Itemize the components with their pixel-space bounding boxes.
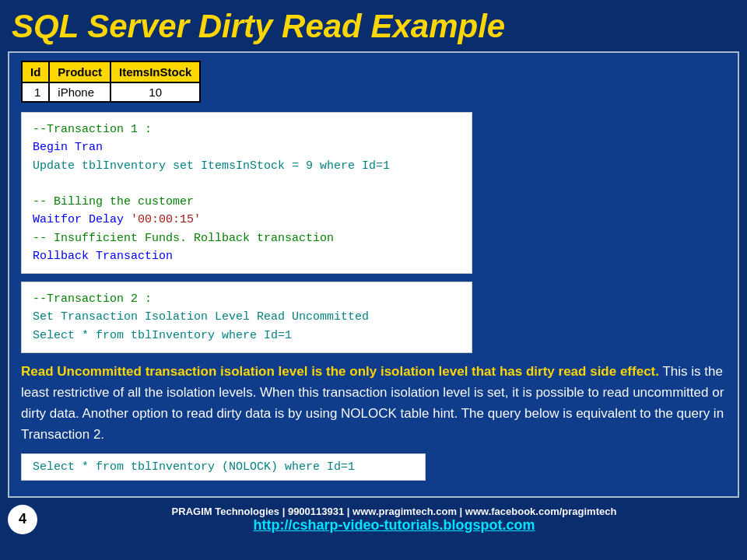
code-line-3: Update tblInventory set ItemsInStock = 9… <box>33 159 390 173</box>
code-t2-line-2: Set Transaction Isolation Level Read Unc… <box>33 310 369 324</box>
inventory-table: Id Product ItemsInStock 1 iPhone 10 <box>21 61 201 103</box>
slide-number: 4 <box>8 505 37 534</box>
col-product: Product <box>49 61 110 82</box>
footer-url[interactable]: http://csharp-video-tutorials.blogspot.c… <box>49 517 739 534</box>
cell-stock: 10 <box>110 82 200 102</box>
description: Read Uncommitted transaction isolation l… <box>21 361 726 446</box>
code-nolock-line: Select * from tblInventory (NOLOCK) wher… <box>33 460 355 474</box>
footer-info: PRAGIM Technologies | 9900113931 | www.p… <box>49 506 739 534</box>
code-line-5: -- Billing the customer <box>33 195 194 208</box>
code-block-nolock: Select * from tblInventory (NOLOCK) wher… <box>21 453 426 481</box>
page-title: SQL Server Dirty Read Example <box>12 8 735 45</box>
cell-product: iPhone <box>49 82 110 102</box>
table-row: 1 iPhone 10 <box>22 82 200 102</box>
code-block-transaction1: --Transaction 1 : Begin Tran Update tblI… <box>21 112 472 274</box>
footer-contact: PRAGIM Technologies | 9900113931 | www.p… <box>49 506 739 517</box>
code-t2-line-1: --Transaction 2 : <box>33 292 152 306</box>
description-highlight: Read Uncommitted transaction isolation l… <box>21 364 659 379</box>
main-content: Id Product ItemsInStock 1 iPhone 10 --Tr… <box>8 51 739 498</box>
col-stock: ItemsInStock <box>110 61 200 82</box>
col-id: Id <box>22 61 49 82</box>
code-line-2: Begin Tran <box>33 141 103 154</box>
code-t2-line-3: Select * from tblInventory where Id=1 <box>33 329 292 342</box>
code-line-6: Waitfor Delay '00:00:15' <box>33 213 201 226</box>
cell-id: 1 <box>22 82 49 102</box>
header: SQL Server Dirty Read Example <box>0 0 747 51</box>
code-block-transaction2: --Transaction 2 : Set Transaction Isolat… <box>21 282 472 353</box>
code-line-7: -- Insufficient Funds. Rollback transact… <box>33 232 334 245</box>
footer: 4 PRAGIM Technologies | 9900113931 | www… <box>0 502 747 537</box>
code-line-8: Rollback Transaction <box>33 250 173 263</box>
code-line-1: --Transaction 1 : <box>33 123 152 136</box>
